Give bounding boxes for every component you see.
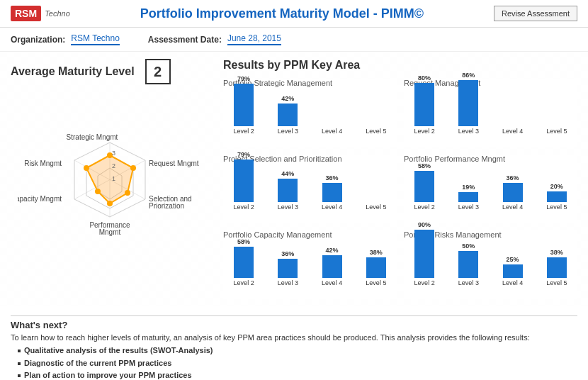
whats-next-title: What's next? — [11, 320, 577, 330]
chart-section-5: Portfolio Risks Management90%Level 250%L… — [404, 230, 577, 299]
svg-text:Priorization: Priorization — [149, 202, 184, 210]
bar-value: 42% — [326, 247, 339, 254]
avg-maturity-section: Average Maturity Level 2 — [11, 59, 209, 84]
chart-section-4: Portfolio Capacity Management58%Level 23… — [223, 230, 397, 299]
bar — [414, 230, 434, 278]
bar — [234, 84, 254, 126]
bar — [278, 259, 298, 278]
header: RSM Techno Portfolio Improvement Maturit… — [0, 0, 588, 28]
avg-maturity-label: Average Maturity Level — [11, 65, 135, 78]
bar-group: 19%Level 3 — [448, 184, 489, 211]
bar-group: 20%Level 5 — [536, 183, 577, 211]
bar-level-label: Level 3 — [458, 203, 479, 211]
info-row: Organization: RSM Techno Assessment Date… — [0, 28, 588, 52]
bar-level-label: Level 2 — [234, 203, 254, 211]
bar — [458, 251, 478, 278]
bar-level-label: Level 3 — [458, 279, 479, 286]
bar-level-label: Level 5 — [546, 203, 567, 211]
bar — [414, 171, 434, 202]
right-panel: Results by PPM Key Area Portfolio Strate… — [223, 59, 577, 299]
bar-level-label: Level 2 — [414, 203, 435, 211]
bar-level-label: Level 3 — [278, 203, 298, 211]
bar-chart-0: 79%Level 242%Level 3Level 4Level 5 — [223, 91, 397, 147]
whats-next-list: Qualitative analysis of the results (SWO… — [11, 345, 577, 380]
svg-text:2: 2 — [112, 162, 115, 169]
bar — [234, 247, 254, 278]
bar-group: 79%Level 2 — [223, 75, 264, 135]
list-item: Diagnostic of the current PPM practices — [18, 357, 577, 370]
bar — [547, 191, 567, 202]
bar-chart-5: 90%Level 250%Level 325%Level 438%Level 5 — [404, 242, 577, 299]
bar-group: 90%Level 2 — [404, 221, 445, 286]
left-panel: Average Maturity Level 2 — [11, 59, 209, 299]
svg-point-8 — [130, 165, 136, 171]
bar-level-label: Level 5 — [546, 279, 567, 286]
bar-value: 25% — [507, 256, 519, 263]
bar — [234, 160, 254, 202]
date-info: Assessment Date: June 28, 2015 — [148, 33, 281, 45]
bar-value: 79% — [237, 151, 250, 158]
page-title: Portfolio Improvement Maturity Model - P… — [70, 6, 494, 21]
bar-value: 58% — [418, 162, 431, 169]
bar-value: 44% — [281, 170, 294, 177]
bar-group: Level 5 — [356, 201, 397, 211]
bar-group: Level 5 — [356, 125, 397, 135]
bar-value: 79% — [237, 75, 250, 82]
bar-chart-2: 79%Level 244%Level 336%Level 4Level 5 — [223, 167, 397, 223]
logo-area: RSM Techno — [11, 6, 70, 21]
bar-chart-4: 58%Level 236%Level 342%Level 438%Level 5 — [223, 242, 397, 299]
bar-level-label: Level 3 — [458, 128, 479, 135]
bar-group: 38%Level 5 — [536, 249, 577, 286]
bar-group: 38%Level 5 — [356, 249, 397, 286]
charts-grid: Portfolio Strategic Management79%Level 2… — [223, 79, 577, 299]
bar-value: 38% — [370, 249, 383, 256]
radar-chart: 1 2 3 Strategic Mngmt Request Mngmt Sele… — [18, 91, 202, 247]
bar-group: 80%Level 2 — [404, 74, 445, 135]
bar-level-label: Level 2 — [234, 279, 254, 286]
bar-level-label: Level 2 — [414, 128, 435, 135]
bar-level-label: Level 5 — [546, 128, 567, 135]
svg-text:Risk Mngmt: Risk Mngmt — [24, 160, 62, 167]
list-item: Qualitative analysis of the results (SWO… — [18, 345, 577, 357]
org-value: RSM Techno — [71, 33, 119, 45]
bar-group: 36%Level 4 — [312, 174, 353, 211]
date-value: June 28, 2015 — [227, 33, 281, 45]
chart-section-3: Portfolio Performance Mngmt58%Level 219%… — [404, 155, 577, 223]
bar — [458, 80, 478, 126]
bar-level-label: Level 2 — [414, 279, 435, 286]
revise-assessment-button[interactable]: Revise Assessment — [494, 6, 577, 21]
bar — [503, 264, 523, 278]
bar-level-label: Level 4 — [322, 279, 342, 286]
chart-section-0: Portfolio Strategic Management79%Level 2… — [223, 79, 397, 147]
bar — [322, 183, 342, 202]
bar — [414, 83, 434, 126]
org-info: Organization: RSM Techno — [11, 33, 120, 45]
logo-rsm: RSM — [11, 6, 41, 21]
org-label: Organization: — [11, 35, 65, 45]
bar-level-label: Level 5 — [366, 203, 386, 211]
bar — [458, 192, 478, 202]
svg-text:3: 3 — [112, 150, 115, 157]
bar-group: 36%Level 4 — [492, 174, 533, 211]
bar-level-label: Level 5 — [366, 128, 386, 135]
list-item: Plan of action to improve your PPM pract… — [18, 369, 577, 380]
bar-value: 80% — [418, 74, 431, 82]
bar-group: 58%Level 2 — [223, 238, 264, 286]
date-label: Assessment Date: — [148, 35, 222, 45]
bar-value: 20% — [550, 183, 563, 190]
bar-chart-1: 80%Level 286%Level 3Level 4Level 5 — [404, 91, 577, 147]
avg-maturity-value: 2 — [145, 59, 171, 84]
bar-level-label: Level 4 — [322, 203, 342, 211]
svg-point-12 — [84, 165, 89, 171]
bar-value: 36% — [281, 250, 294, 257]
bar — [503, 183, 523, 202]
bar-level-label: Level 4 — [502, 128, 523, 135]
svg-point-9 — [125, 190, 130, 196]
svg-text:1: 1 — [112, 175, 115, 182]
bar — [278, 179, 298, 202]
bar-group: Level 5 — [536, 125, 577, 135]
bar-group: 50%Level 3 — [448, 242, 489, 286]
bar-level-label: Level 5 — [366, 279, 386, 286]
bar-level-label: Level 3 — [278, 128, 298, 135]
bar-value: 58% — [237, 238, 250, 245]
